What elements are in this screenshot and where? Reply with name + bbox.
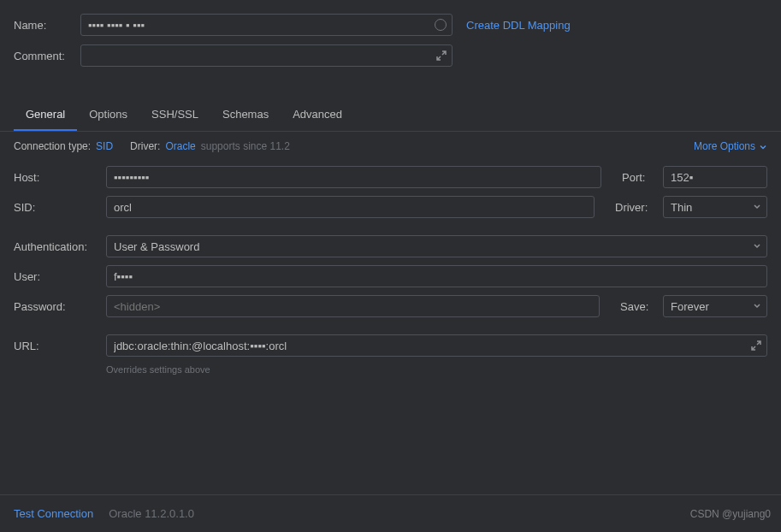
tab-options[interactable]: Options [77, 99, 139, 131]
comment-input[interactable] [80, 44, 453, 67]
sid-label: SID: [14, 201, 99, 214]
driver-label: Driver: [615, 201, 656, 214]
color-circle-icon[interactable] [435, 19, 447, 31]
watermark: CSDN @yujiang0 [690, 508, 771, 520]
expand-icon[interactable] [436, 50, 447, 61]
expand-icon[interactable] [751, 340, 761, 351]
port-label: Port: [622, 171, 656, 184]
conn-type-link[interactable]: SID [96, 140, 113, 152]
driver-info-link[interactable]: Oracle [165, 140, 195, 152]
name-input[interactable] [80, 14, 453, 36]
sid-input[interactable] [106, 196, 595, 218]
host-label: Host: [14, 171, 99, 184]
tabs-bar: General Options SSH/SSL Schemas Advanced [0, 99, 781, 132]
db-version: Oracle 11.2.0.1.0 [109, 507, 194, 520]
user-input[interactable] [106, 265, 767, 287]
url-input[interactable] [106, 334, 767, 357]
user-label: User: [14, 270, 99, 283]
name-label: Name: [14, 19, 74, 32]
password-label: Password: [14, 300, 99, 313]
tab-schemas[interactable]: Schemas [210, 99, 281, 131]
tab-general[interactable]: General [14, 99, 77, 131]
url-hint: Overrides settings above [106, 364, 767, 375]
test-connection-link[interactable]: Test Connection [14, 507, 93, 520]
driver-select[interactable]: Thin [663, 196, 767, 218]
tab-advanced[interactable]: Advanced [281, 99, 354, 131]
port-input[interactable] [663, 166, 767, 188]
save-label: Save: [620, 300, 656, 313]
auth-select[interactable]: User & Password [106, 235, 767, 257]
info-bar: Connection type: SID Driver: Oracle supp… [0, 132, 781, 161]
comment-label: Comment: [14, 50, 74, 62]
driver-info-label: Driver: [130, 140, 160, 152]
more-options-link[interactable]: More Options [694, 140, 767, 152]
host-input[interactable] [106, 166, 601, 188]
auth-label: Authentication: [14, 240, 99, 253]
password-input[interactable] [106, 295, 600, 317]
save-select[interactable]: Forever [663, 295, 767, 317]
conn-type-label: Connection type: [14, 140, 91, 152]
url-label: URL: [14, 340, 99, 352]
tab-ssh-ssl[interactable]: SSH/SSL [139, 99, 210, 131]
driver-note: supports since 11.2 [201, 140, 290, 152]
create-ddl-link[interactable]: Create DDL Mapping [466, 19, 571, 32]
chevron-down-icon [759, 142, 767, 151]
footer: Test Connection Oracle 11.2.0.1.0 [0, 494, 781, 532]
